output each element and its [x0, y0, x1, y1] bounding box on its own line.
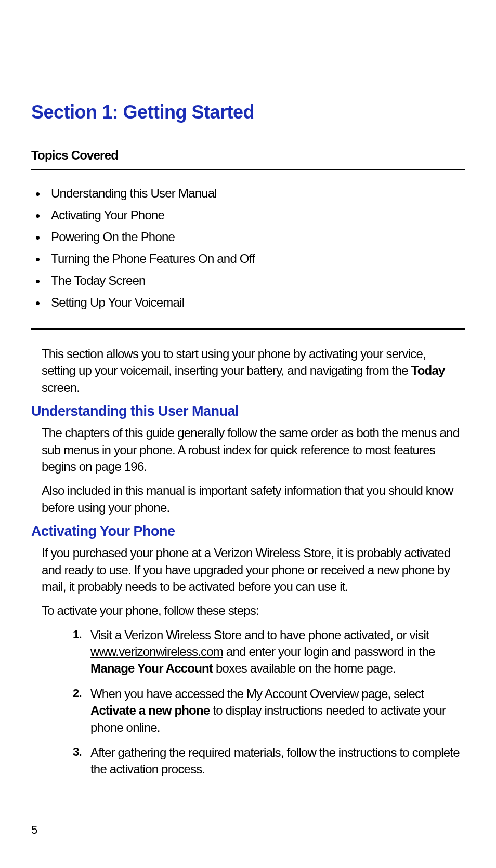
- activating-p1: If you purchased your phone at a Verizon…: [31, 545, 465, 595]
- step-text: Visit a Verizon Wireless Store and to ha…: [90, 628, 429, 642]
- step-text: and enter your login and password in the: [223, 645, 435, 659]
- divider: [31, 328, 465, 330]
- activating-p2: To activate your phone, follow these ste…: [31, 602, 465, 619]
- topics-list: Understanding this User Manual Activatin…: [31, 186, 465, 310]
- activation-step: Visit a Verizon Wireless Store and to ha…: [73, 627, 460, 677]
- step-text: boxes available on the home page.: [213, 661, 396, 675]
- step-bold: Activate a new phone: [90, 703, 210, 717]
- intro-paragraph: This section allows you to start using y…: [31, 346, 465, 396]
- step-bold: Manage Your Account: [90, 661, 213, 675]
- understanding-p1: The chapters of this guide generally fol…: [31, 425, 465, 475]
- page-number: 5: [31, 823, 37, 837]
- activation-step: After gathering the required materials, …: [73, 744, 460, 778]
- subsection-activating-title: Activating Your Phone: [31, 523, 465, 540]
- topic-item: Activating Your Phone: [35, 208, 465, 222]
- topics-covered-header: Topics Covered: [31, 148, 465, 170]
- section-title: Section 1: Getting Started: [31, 101, 465, 123]
- understanding-p2: Also included in this manual is importan…: [31, 482, 465, 516]
- activation-step: When you have accessed the My Account Ov…: [73, 686, 460, 736]
- subsection-understanding-title: Understanding this User Manual: [31, 403, 465, 419]
- intro-text-bold: Today: [411, 363, 445, 377]
- intro-text-pre: This section allows you to start using y…: [42, 347, 426, 377]
- intro-text-post: screen.: [42, 380, 80, 394]
- topic-item: Setting Up Your Voicemail: [35, 295, 465, 310]
- verizon-link[interactable]: www.verizonwireless.com: [90, 645, 223, 659]
- topic-item: Understanding this User Manual: [35, 186, 465, 201]
- topic-item: Turning the Phone Features On and Off: [35, 252, 465, 266]
- topic-item: Powering On the Phone: [35, 230, 465, 244]
- step-text: When you have accessed the My Account Ov…: [90, 687, 424, 701]
- topic-item: The Today Screen: [35, 273, 465, 288]
- activation-steps: Visit a Verizon Wireless Store and to ha…: [31, 627, 465, 778]
